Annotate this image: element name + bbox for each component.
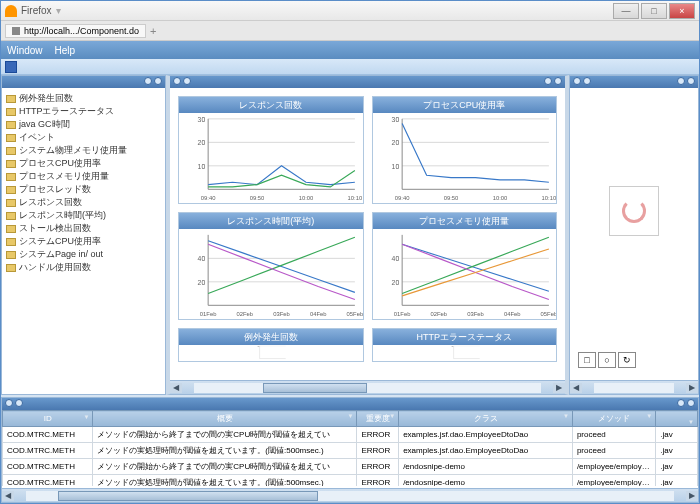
svg-text:02Feb: 02Feb	[237, 311, 254, 317]
tree-item[interactable]: レスポンス回数	[6, 196, 161, 209]
chart-title: プロセスメモリ使用量	[373, 213, 557, 229]
folder-icon	[6, 264, 16, 272]
folder-icon	[6, 238, 16, 246]
pane-control-icon[interactable]	[677, 399, 685, 407]
save-icon[interactable]	[5, 61, 17, 73]
chart-title: 例外発生回数	[179, 329, 363, 345]
pane-control-icon[interactable]	[573, 77, 581, 85]
table-hscroll[interactable]: ◀ ▶	[2, 488, 698, 502]
minimize-button[interactable]: —	[613, 3, 639, 19]
new-tab-button[interactable]: +	[150, 25, 156, 37]
svg-text:09:40: 09:40	[394, 195, 409, 201]
stop-button[interactable]: □	[578, 352, 596, 368]
svg-text:10:00: 10:00	[492, 195, 507, 201]
pane-control-icon[interactable]	[154, 77, 162, 85]
svg-text:50: 50	[451, 346, 453, 347]
folder-icon	[6, 212, 16, 220]
table-header[interactable]: 重要度	[357, 411, 399, 427]
folder-icon	[6, 147, 16, 155]
table-row[interactable]: COD.MTRC.METHメソッドの開始から終了までの間の実CPU時間が閾値を超…	[3, 427, 698, 443]
svg-text:40: 40	[198, 255, 206, 262]
table-header[interactable]: ID	[3, 411, 93, 427]
table-header[interactable]: メソッド	[572, 411, 655, 427]
pane-control-icon[interactable]	[544, 77, 552, 85]
preview-hscroll[interactable]: ◀ ▶	[570, 380, 698, 394]
pane-control-icon[interactable]	[583, 77, 591, 85]
chart-title: レスポンス回数	[179, 97, 363, 113]
tree-item[interactable]: java GC時間	[6, 118, 161, 131]
svg-text:05Feb: 05Feb	[347, 311, 363, 317]
close-button[interactable]: ×	[669, 3, 695, 19]
svg-text:20: 20	[391, 279, 399, 286]
tree-item[interactable]: プロセスCPU使用率	[6, 157, 161, 170]
tree-item[interactable]: HTTPエラーステータス	[6, 105, 161, 118]
tree-item[interactable]: プロセスレッド数	[6, 183, 161, 196]
tab-bar: http://localh.../Component.do +	[1, 21, 699, 41]
pane-control-icon[interactable]	[554, 77, 562, 85]
menu-window[interactable]: Window	[7, 45, 43, 56]
menu-bar: Window Help	[1, 41, 699, 59]
browser-name: Firefox	[21, 5, 52, 16]
table-header[interactable]	[656, 411, 698, 427]
svg-text:10:00: 10:00	[299, 195, 314, 201]
browser-tab[interactable]: http://localh.../Component.do	[5, 24, 146, 38]
pane-control-icon[interactable]	[687, 399, 695, 407]
log-table: ID概要重要度クラスメソッドCOD.MTRC.METHメソッドの開始から終了まで…	[2, 410, 698, 486]
tree-item[interactable]: システムPage in/ out	[6, 248, 161, 261]
maximize-button[interactable]: □	[641, 3, 667, 19]
tree-item[interactable]: システムCPU使用率	[6, 235, 161, 248]
tree-item[interactable]: ハンドル使用回数	[6, 261, 161, 274]
table-row[interactable]: COD.MTRC.METHメソッドの実処理時間が閾値を超えています。(閾値:50…	[3, 443, 698, 459]
chart: HTTPエラーステータス50	[372, 328, 558, 362]
record-button[interactable]: ○	[598, 352, 616, 368]
log-table-pane: ID概要重要度クラスメソッドCOD.MTRC.METHメソッドの開始から終了まで…	[1, 397, 699, 503]
svg-text:05Feb: 05Feb	[540, 311, 556, 317]
tree-item[interactable]: イベント	[6, 131, 161, 144]
tree-item[interactable]: システム物理メモリ使用量	[6, 144, 161, 157]
tab-title: http://localh.../Component.do	[24, 26, 139, 36]
table-header[interactable]: クラス	[399, 411, 573, 427]
svg-text:04Feb: 04Feb	[503, 311, 520, 317]
charts-pane: レスポンス回数10203009:4009:5010:0010:10プロセスCPU…	[166, 75, 569, 395]
folder-icon	[6, 173, 16, 181]
charts-hscroll[interactable]: ◀ ▶	[170, 380, 565, 394]
pane-control-icon[interactable]	[183, 77, 191, 85]
table-row[interactable]: COD.MTRC.METHメソッドの開始から終了までの間の実CPU時間が閾値を超…	[3, 459, 698, 475]
menu-help[interactable]: Help	[55, 45, 76, 56]
folder-icon	[6, 199, 16, 207]
svg-text:02Feb: 02Feb	[430, 311, 447, 317]
scroll-left-icon[interactable]: ◀	[170, 383, 182, 393]
pane-control-icon[interactable]	[5, 399, 13, 407]
pane-control-icon[interactable]	[15, 399, 23, 407]
refresh-button[interactable]: ↻	[618, 352, 636, 368]
svg-text:10: 10	[198, 163, 206, 170]
folder-icon	[6, 121, 16, 129]
folder-icon	[6, 251, 16, 259]
pane-control-icon[interactable]	[144, 77, 152, 85]
tree-item[interactable]: ストール検出回数	[6, 222, 161, 235]
table-header[interactable]: 概要	[93, 411, 357, 427]
svg-text:09:50: 09:50	[443, 195, 458, 201]
browser-titlebar: Firefox ▾ — □ ×	[1, 1, 699, 21]
pane-control-icon[interactable]	[677, 77, 685, 85]
tree-item[interactable]: プロセスメモリ使用量	[6, 170, 161, 183]
svg-text:10:10: 10:10	[541, 195, 556, 201]
chart: 例外発生回数50	[178, 328, 364, 362]
chart: プロセスメモリ使用量204001Feb02Feb03Feb04Feb05Feb	[372, 212, 558, 320]
pane-control-icon[interactable]	[687, 77, 695, 85]
scroll-right-icon[interactable]: ▶	[553, 383, 565, 393]
preview-pane: □ ○ ↻ ◀ ▶	[569, 75, 699, 395]
tree-item[interactable]: 例外発生回数	[6, 92, 161, 105]
svg-text:09:50: 09:50	[250, 195, 265, 201]
table-row[interactable]: COD.MTRC.METHメソッドの実処理時間が閾値を超えています。(閾値:50…	[3, 475, 698, 487]
scroll-thumb[interactable]	[58, 491, 317, 501]
svg-text:03Feb: 03Feb	[467, 311, 484, 317]
svg-text:40: 40	[391, 255, 399, 262]
chart: プロセスCPU使用率10203009:4009:5010:0010:10	[372, 96, 558, 204]
scroll-thumb[interactable]	[263, 383, 367, 393]
folder-icon	[6, 225, 16, 233]
loading-spinner	[609, 186, 659, 236]
toolbar	[1, 59, 699, 75]
tree-item[interactable]: レスポンス時間(平均)	[6, 209, 161, 222]
pane-control-icon[interactable]	[173, 77, 181, 85]
